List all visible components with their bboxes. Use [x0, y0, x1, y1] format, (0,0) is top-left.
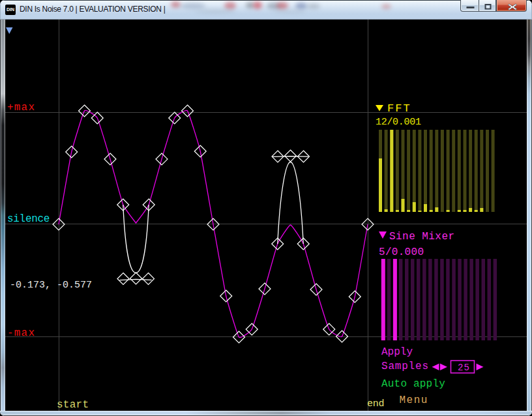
svg-text:25: 25 — [458, 363, 470, 373]
svg-text:end: end — [367, 398, 384, 409]
svg-text:silence: silence — [7, 213, 50, 225]
svg-text:+max: +max — [7, 102, 35, 113]
svg-text:Samples: Samples — [381, 361, 429, 372]
svg-text:Auto apply: Auto apply — [381, 378, 445, 390]
svg-text:-max: -max — [7, 327, 35, 339]
svg-text:5/0.000: 5/0.000 — [379, 246, 424, 258]
svg-text:Menu: Menu — [400, 394, 428, 406]
svg-text:start: start — [57, 399, 89, 411]
svg-text:FFT: FFT — [387, 102, 411, 115]
svg-text:-0.173, -0.577: -0.173, -0.577 — [10, 280, 92, 291]
svg-text:Sine Mixer: Sine Mixer — [389, 231, 455, 243]
svg-text:Apply: Apply — [381, 346, 413, 358]
svg-text:12/0.001: 12/0.001 — [376, 117, 421, 128]
